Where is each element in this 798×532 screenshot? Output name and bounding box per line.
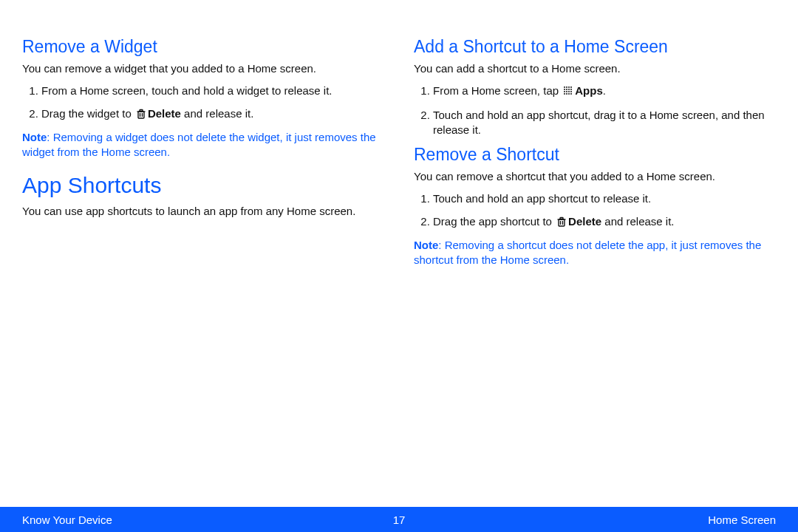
- heading-remove-shortcut: Remove a Shortcut: [414, 145, 776, 165]
- step-remove-widget-1: From a Home screen, touch and hold a wid…: [41, 83, 384, 98]
- note-label: Note: [22, 131, 47, 143]
- step-remove-shortcut-2: Drag the app shortcut to Delete and rele…: [433, 214, 776, 231]
- svg-point-14: [566, 91, 567, 92]
- delete-label: Delete: [568, 215, 601, 228]
- svg-rect-21: [559, 219, 565, 226]
- step-remove-shortcut-2b: and release it.: [601, 215, 674, 228]
- heading-remove-widget: Remove a Widget: [22, 37, 384, 57]
- note-remove-widget: Note: Removing a widget does not delete …: [22, 130, 384, 160]
- heading-add-shortcut: Add a Shortcut to a Home Screen: [414, 37, 776, 57]
- step-add-shortcut-1: From a Home screen, tap Apps.: [433, 83, 776, 100]
- svg-point-18: [566, 93, 567, 95]
- step-add-shortcut-2: Touch and hold an app shortcut, drag it …: [433, 108, 776, 138]
- step-remove-widget-2: Drag the widget to Delete and release it…: [41, 106, 384, 123]
- intro-remove-shortcut: You can remove a shortcut that you added…: [414, 169, 776, 184]
- manual-page: Remove a Widget You can remove a widget …: [0, 0, 798, 532]
- step-add-shortcut-1b: .: [603, 84, 606, 97]
- step-remove-widget-2a: Drag the widget to: [41, 107, 134, 120]
- apps-label: Apps: [575, 84, 603, 97]
- right-column: Add a Shortcut to a Home Screen You can …: [414, 30, 776, 275]
- apps-grid-icon: [563, 85, 573, 100]
- intro-add-shortcut: You can add a shortcut to a Home screen.: [414, 61, 776, 76]
- left-column: Remove a Widget You can remove a widget …: [22, 30, 384, 275]
- trash-icon: [136, 108, 146, 123]
- note-text: : Removing a shortcut does not delete th…: [414, 239, 761, 266]
- svg-rect-4: [140, 109, 143, 111]
- footer-left: Know Your Device: [22, 514, 112, 526]
- svg-point-20: [570, 93, 572, 95]
- two-column-layout: Remove a Widget You can remove a widget …: [22, 30, 776, 275]
- delete-label: Delete: [148, 107, 181, 120]
- step-remove-shortcut-2a: Drag the app shortcut to: [433, 215, 555, 228]
- step-remove-shortcut-1: Touch and hold an app shortcut to releas…: [433, 191, 776, 206]
- step-remove-widget-2b: and release it.: [181, 107, 253, 120]
- heading-app-shortcuts: App Shortcuts: [22, 173, 384, 198]
- svg-point-13: [564, 91, 565, 92]
- svg-point-11: [568, 89, 570, 90]
- svg-point-16: [570, 91, 572, 92]
- footer-right: Home Screen: [708, 514, 776, 526]
- trash-icon: [556, 216, 567, 231]
- note-label: Note: [414, 239, 438, 251]
- svg-point-15: [568, 91, 570, 92]
- svg-point-5: [564, 86, 565, 88]
- intro-app-shortcuts: You can use app shortcuts to launch an a…: [22, 204, 384, 219]
- page-footer: Know Your Device 17 Home Screen: [0, 507, 798, 532]
- svg-point-10: [566, 89, 567, 90]
- note-remove-shortcut: Note: Removing a shortcut does not delet…: [414, 238, 776, 268]
- svg-point-17: [564, 93, 565, 95]
- svg-rect-0: [138, 112, 144, 118]
- svg-point-8: [570, 86, 572, 88]
- svg-rect-25: [560, 217, 563, 219]
- svg-point-19: [568, 93, 570, 95]
- page-number: 17: [393, 514, 406, 526]
- intro-remove-widget: You can remove a widget that you added t…: [22, 61, 384, 76]
- svg-point-12: [570, 89, 572, 90]
- steps-remove-widget: From a Home screen, touch and hold a wid…: [22, 83, 384, 123]
- step-add-shortcut-1a: From a Home screen, tap: [433, 84, 562, 97]
- svg-point-6: [566, 86, 567, 88]
- steps-add-shortcut: From a Home screen, tap Apps. Touch and …: [414, 83, 776, 137]
- steps-remove-shortcut: Touch and hold an app shortcut to releas…: [414, 191, 776, 231]
- svg-point-7: [568, 86, 570, 88]
- note-text: : Removing a widget does not delete the …: [22, 131, 376, 158]
- svg-point-9: [564, 89, 565, 90]
